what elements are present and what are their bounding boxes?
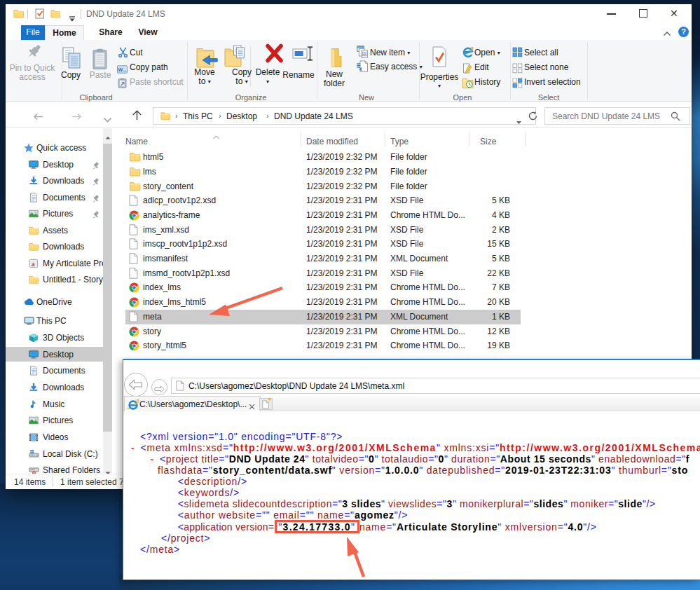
svg-text:W...: W... bbox=[118, 67, 127, 71]
svg-text:a: a bbox=[32, 259, 35, 267]
